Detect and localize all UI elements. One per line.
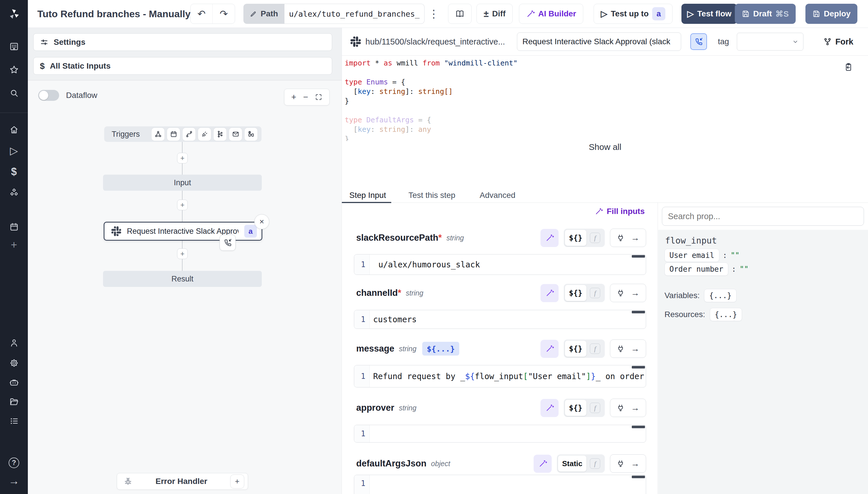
template-mode-chip[interactable]: ${}: [565, 230, 587, 246]
path-input[interactable]: [284, 4, 425, 24]
editor-scrollbar[interactable]: [632, 311, 645, 314]
webhook-trigger-icon[interactable]: [152, 128, 164, 141]
more-options-kebab-icon[interactable]: ⋮: [428, 0, 439, 27]
tab-test-this-step[interactable]: Test this step: [409, 188, 455, 203]
favorites-star-icon[interactable]: [0, 63, 28, 76]
draft-button[interactable]: Draft ⌘S: [735, 4, 796, 24]
all-static-inputs-button[interactable]: $ All Static Inputs: [33, 57, 332, 75]
ai-fill-button[interactable]: [540, 340, 558, 358]
fill-inputs-button[interactable]: Fill inputs: [595, 207, 645, 216]
message-editor[interactable]: 1 Refund request by _${flow_input["User …: [354, 365, 646, 387]
ai-fill-button[interactable]: [540, 399, 558, 417]
zoom-out-button[interactable]: −: [303, 92, 308, 102]
error-handler-node[interactable]: Error Handler +: [117, 473, 248, 490]
javascript-mode-chip[interactable]: f: [590, 288, 600, 298]
ai-fill-button[interactable]: [534, 455, 552, 473]
triggers-node[interactable]: Triggers: [104, 126, 261, 142]
editor-scrollbar[interactable]: [632, 366, 645, 368]
add-step-button[interactable]: +: [177, 248, 188, 259]
http-route-trigger-icon[interactable]: [182, 128, 196, 141]
editor-scrollbar[interactable]: [632, 426, 645, 428]
template-mode-chip[interactable]: ${}: [565, 400, 587, 416]
runs-play-icon[interactable]: ▷: [0, 145, 28, 157]
javascript-mode-chip[interactable]: f: [590, 343, 600, 354]
editor-scrollbar[interactable]: [632, 476, 645, 478]
flow-settings-button[interactable]: Settings: [33, 33, 332, 51]
prop-user-email[interactable]: User email: [665, 249, 719, 262]
tab-advanced[interactable]: Advanced: [480, 188, 515, 203]
email-trigger-icon[interactable]: [229, 128, 242, 141]
javascript-mode-chip[interactable]: f: [590, 403, 600, 413]
add-step-button[interactable]: +: [177, 153, 188, 164]
redo-button[interactable]: ↷: [213, 4, 235, 23]
resources-cubes-icon[interactable]: [0, 186, 28, 199]
poll-watch-trigger-icon[interactable]: [244, 128, 257, 141]
workers-robot-icon[interactable]: [0, 376, 28, 388]
add-error-handler-button[interactable]: +: [230, 474, 244, 489]
step-summary-input[interactable]: [517, 33, 681, 51]
diff-button[interactable]: ± Diff: [476, 4, 513, 24]
suspend-approval-toggle[interactable]: [690, 33, 707, 50]
connect-input-button[interactable]: →: [610, 399, 646, 417]
arrow-right-icon: →: [631, 344, 639, 354]
home-icon[interactable]: [0, 124, 28, 136]
expand-rail-arrow-icon[interactable]: →: [0, 474, 28, 487]
resources-chip[interactable]: {...}: [710, 308, 742, 321]
input-node[interactable]: Input: [103, 175, 262, 191]
add-step-button[interactable]: +: [177, 200, 188, 210]
schedules-calendar-icon[interactable]: [0, 221, 28, 233]
remove-step-button[interactable]: ×: [254, 214, 269, 229]
docs-button[interactable]: [448, 4, 472, 24]
search-icon[interactable]: [0, 87, 28, 99]
help-icon[interactable]: ?: [0, 456, 28, 469]
websocket-trigger-icon[interactable]: [198, 128, 211, 141]
dataflow-toggle[interactable]: [38, 90, 59, 101]
folders-icon[interactable]: [0, 396, 28, 408]
undo-button[interactable]: ↶: [191, 4, 213, 23]
logs-list-icon[interactable]: [0, 415, 28, 428]
defaultArgsJson-editor[interactable]: 1: [354, 475, 646, 494]
test-up-to-button[interactable]: ▷ Test up to a: [594, 4, 672, 24]
add-plus-icon[interactable]: +: [0, 239, 28, 251]
result-node[interactable]: Result: [103, 271, 262, 287]
zoom-in-button[interactable]: +: [291, 92, 296, 102]
search-prop-input[interactable]: [662, 207, 864, 226]
connect-input-button[interactable]: →: [610, 229, 646, 247]
canvas-zoom-controls: + −: [284, 89, 330, 106]
prop-order-number[interactable]: Order number: [665, 263, 728, 276]
workspace-icon[interactable]: [0, 40, 28, 53]
javascript-mode-chip[interactable]: f: [590, 458, 600, 469]
tab-step-input[interactable]: Step Input: [349, 188, 386, 203]
hub-script-path[interactable]: hub/11500/slack/request_interactive...: [366, 28, 505, 55]
javascript-mode-chip[interactable]: f: [590, 233, 600, 243]
template-mode-chip[interactable]: ${}: [565, 285, 587, 301]
deploy-button[interactable]: Deploy: [805, 4, 857, 24]
ai-fill-button[interactable]: [540, 284, 558, 302]
connect-input-button[interactable]: →: [610, 340, 646, 358]
template-mode-chip[interactable]: ${}: [565, 341, 587, 357]
approver-editor[interactable]: 1: [354, 425, 646, 442]
ai-fill-button[interactable]: [540, 229, 558, 247]
show-all-code-button[interactable]: Show all: [342, 142, 868, 152]
kafka-trigger-icon[interactable]: [214, 128, 226, 141]
schedule-trigger-icon[interactable]: [167, 128, 180, 141]
editor-scrollbar[interactable]: [632, 255, 645, 258]
variables-chip[interactable]: {...}: [704, 289, 736, 302]
tag-select[interactable]: [737, 33, 804, 51]
test-flow-button[interactable]: ▷ Test flow: [682, 4, 737, 24]
variables-dollar-icon[interactable]: $: [0, 166, 28, 178]
connect-input-button[interactable]: →: [610, 454, 646, 473]
slack-approval-step-node[interactable]: Request Interactive Slack Approval (... …: [104, 222, 262, 241]
ai-builder-button[interactable]: AI Builder: [519, 4, 583, 24]
chevron-down-icon: [792, 38, 799, 45]
windmill-logo[interactable]: [0, 0, 28, 28]
connect-input-button[interactable]: →: [610, 284, 646, 302]
slackResourcePath-editor[interactable]: 1 u/alex/humorous_slack: [354, 254, 646, 275]
copy-code-button[interactable]: [844, 62, 853, 72]
fit-view-icon[interactable]: [315, 93, 322, 101]
static-mode-chip[interactable]: Static: [558, 456, 587, 472]
channelId-editor[interactable]: 1 customers: [354, 310, 646, 329]
fork-button[interactable]: Fork: [823, 28, 853, 55]
users-icon[interactable]: [0, 337, 28, 349]
settings-gear-icon[interactable]: [0, 357, 28, 369]
